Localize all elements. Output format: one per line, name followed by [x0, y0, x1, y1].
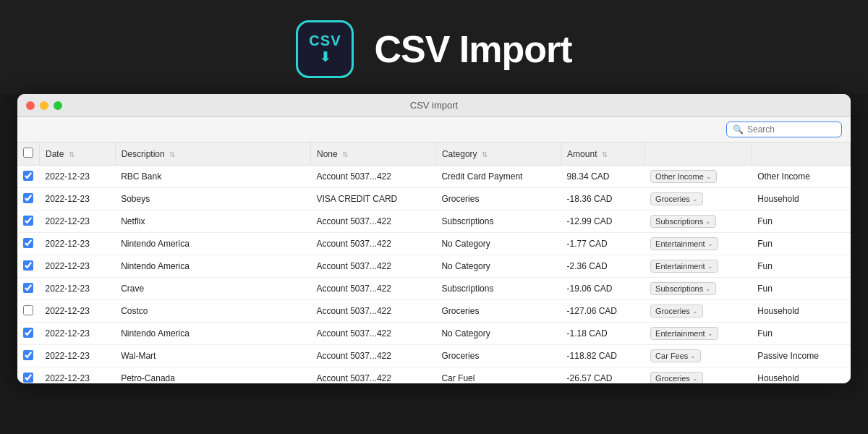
row-amount: -118.82 CAD	[561, 345, 645, 367]
header-description: Description ⇅	[115, 142, 310, 166]
row-cat-dropdown-cell: Groceries⌄	[644, 300, 752, 323]
close-button[interactable]	[26, 101, 35, 110]
cat-dropdown-8[interactable]: Car Fees⌄	[650, 349, 701, 362]
search-box[interactable]: 🔍	[726, 122, 842, 137]
cat-dropdown-7[interactable]: Entertainment⌄	[650, 327, 718, 340]
select-all-checkbox[interactable]	[23, 148, 33, 158]
row-checkbox-7[interactable]	[23, 328, 33, 338]
search-input[interactable]	[747, 124, 834, 135]
row-date: 2022-12-23	[40, 255, 116, 278]
row-checkbox-8[interactable]	[23, 350, 33, 360]
row-none: Account 5037...422	[310, 210, 435, 233]
table-row: 2022-12-23Nintendo AmericaAccount 5037..…	[17, 233, 851, 255]
sort-amount-icon[interactable]: ⇅	[602, 150, 608, 158]
chevron-down-icon: ⌄	[705, 218, 711, 225]
row-description: Sobeys	[115, 188, 310, 210]
row-checkbox-9[interactable]	[23, 373, 33, 383]
cat-dropdown-label: Car Fees	[655, 352, 688, 360]
chevron-down-icon: ⌄	[706, 173, 712, 180]
cat-dropdown-label: Entertainment	[655, 329, 705, 338]
table-row: 2022-12-23NetflixAccount 5037...422Subsc…	[17, 210, 851, 233]
row-none: Account 5037...422	[310, 345, 435, 367]
cat-dropdown-2[interactable]: Subscriptions⌄	[650, 215, 716, 228]
row-description: Costco	[115, 300, 310, 323]
row-checkbox-cell	[17, 300, 40, 323]
row-none: Account 5037...422	[310, 233, 435, 255]
sort-date-icon[interactable]: ⇅	[69, 150, 75, 158]
cat-dropdown-5[interactable]: Subscriptions⌄	[650, 282, 716, 295]
row-amount: -26.57 CAD	[561, 367, 645, 384]
row-cat-dropdown-cell: Groceries⌄	[644, 188, 752, 210]
csv-icon: CSV ⬇	[296, 20, 354, 78]
row-description: Crave	[115, 278, 310, 300]
row-amount: -19.06 CAD	[561, 278, 645, 300]
cat-dropdown-9[interactable]: Groceries⌄	[650, 372, 703, 383]
row-checkbox-6[interactable]	[23, 305, 33, 315]
row-amount: -127.06 CAD	[561, 300, 645, 323]
table-row: 2022-12-23Petro-CanadaAccount 5037...422…	[17, 367, 851, 384]
row-date: 2022-12-23	[40, 367, 116, 384]
row-date: 2022-12-23	[40, 188, 116, 210]
row-cat-dropdown-cell: Entertainment⌄	[644, 323, 752, 345]
sort-none-icon[interactable]: ⇅	[342, 150, 348, 158]
minimize-button[interactable]	[40, 101, 48, 110]
row-category: Groceries	[435, 300, 561, 323]
row-date: 2022-12-23	[40, 345, 116, 367]
row-none: Account 5037...422	[310, 323, 435, 345]
cat-dropdown-1[interactable]: Groceries⌄	[650, 192, 703, 205]
row-description: Petro-Canada	[115, 367, 310, 384]
header-none: None ⇅	[310, 142, 435, 166]
header-amount: Amount ⇅	[561, 142, 645, 166]
header-mapped	[752, 142, 850, 166]
row-checkbox-cell	[17, 188, 40, 210]
row-category: Groceries	[435, 188, 561, 210]
cat-dropdown-label: Other Income	[655, 172, 704, 181]
row-mapped: Household	[752, 300, 850, 323]
row-checkbox-cell	[17, 345, 40, 367]
row-cat-dropdown-cell: Entertainment⌄	[644, 233, 752, 255]
cat-dropdown-label: Subscriptions	[655, 217, 703, 226]
transactions-table: Date ⇅ Description ⇅ None ⇅ Category ⇅ A…	[17, 142, 851, 383]
row-checkbox-2[interactable]	[23, 216, 33, 226]
cat-dropdown-4[interactable]: Entertainment⌄	[650, 260, 718, 273]
cat-dropdown-3[interactable]: Entertainment⌄	[650, 237, 718, 250]
row-checkbox-4[interactable]	[23, 260, 33, 271]
row-mapped: Fun	[752, 210, 850, 233]
row-mapped: Fun	[752, 278, 850, 300]
maximize-button[interactable]	[54, 101, 62, 110]
sort-category-icon[interactable]: ⇅	[482, 150, 488, 158]
cat-dropdown-0[interactable]: Other Income⌄	[650, 170, 717, 183]
row-checkbox-1[interactable]	[23, 193, 33, 203]
row-none: Account 5037...422	[310, 300, 435, 323]
cat-dropdown-6[interactable]: Groceries⌄	[650, 305, 703, 318]
row-cat-dropdown-cell: Groceries⌄	[644, 367, 752, 384]
row-checkbox-3[interactable]	[23, 238, 33, 248]
row-amount: 98.34 CAD	[561, 166, 645, 188]
row-category: Credit Card Payment	[435, 166, 561, 188]
row-description: Netflix	[115, 210, 310, 233]
chevron-down-icon: ⌄	[692, 375, 698, 382]
row-category: No Category	[435, 233, 561, 255]
cat-dropdown-label: Entertainment	[655, 262, 705, 271]
row-mapped: Household	[752, 367, 850, 384]
row-date: 2022-12-23	[40, 278, 116, 300]
chevron-down-icon: ⌄	[692, 307, 698, 315]
table-row: 2022-12-23Wal-MartAccount 5037...422Groc…	[17, 345, 851, 367]
table-body: 2022-12-23RBC BankAccount 5037...422Cred…	[17, 166, 851, 384]
row-date: 2022-12-23	[40, 233, 116, 255]
row-amount: -2.36 CAD	[561, 255, 645, 278]
chevron-down-icon: ⌄	[705, 285, 711, 292]
row-description: Nintendo America	[115, 233, 310, 255]
row-checkbox-0[interactable]	[23, 171, 33, 181]
table-container[interactable]: Date ⇅ Description ⇅ None ⇅ Category ⇅ A…	[17, 142, 851, 383]
sort-description-icon[interactable]: ⇅	[169, 150, 175, 158]
search-icon: 🔍	[733, 124, 744, 135]
row-category: Subscriptions	[435, 278, 561, 300]
row-description: Wal-Mart	[115, 345, 310, 367]
window-title: CSV import	[410, 100, 458, 111]
row-checkbox-5[interactable]	[23, 283, 33, 293]
table-row: 2022-12-23Nintendo AmericaAccount 5037..…	[17, 323, 851, 345]
table-row: 2022-12-23CostcoAccount 5037...422Grocer…	[17, 300, 851, 323]
hero-title: CSV Import	[374, 27, 571, 71]
cat-dropdown-label: Subscriptions	[655, 284, 703, 293]
